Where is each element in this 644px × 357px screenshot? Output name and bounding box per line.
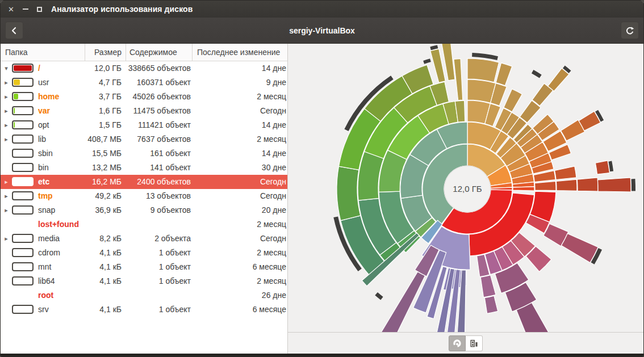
table-row[interactable]: ▸media8,2 кБ2 объектаСегодн <box>1 232 287 246</box>
folder-modified: 9 дне <box>192 75 287 90</box>
expand-arrow-icon[interactable]: ▸ <box>2 232 10 246</box>
expand-arrow-icon[interactable]: ▸ <box>2 118 10 132</box>
chart-segment[interactable] <box>484 296 497 313</box>
treemap-view-button[interactable] <box>466 335 483 351</box>
table-row[interactable]: ▸tmp49,2 кБ13 объектовСегодн <box>1 189 287 203</box>
column-header-folder[interactable]: Папка <box>5 44 28 61</box>
folder-name: sbin <box>38 146 53 161</box>
usage-swatch <box>12 276 34 285</box>
chart-segment[interactable] <box>577 178 598 191</box>
table-row[interactable]: srv4,1 кБ1 объект6 месяце <box>1 303 287 317</box>
collapse-arrow-icon[interactable]: ▾ <box>2 61 10 75</box>
location-title: sergiy-VirtualBox <box>1 18 643 43</box>
expand-arrow-icon[interactable]: ▸ <box>2 90 10 104</box>
folder-contents: 13 объектов <box>127 189 191 203</box>
table-row[interactable]: ▸etc16,2 МБ2400 объектовСегодн <box>1 175 287 189</box>
folder-modified: 2 месяц <box>192 132 287 146</box>
table-header: Папка Размер Содержимое Последнее измене… <box>1 44 287 61</box>
expand-arrow-icon[interactable]: ▸ <box>2 75 10 90</box>
chart-segment[interactable] <box>337 166 361 221</box>
folder-name: mnt <box>38 260 51 274</box>
table-row[interactable]: lib644,1 кБ1 объект2 месяц <box>1 274 287 288</box>
table-row[interactable]: ▸opt1,5 ГБ111421 объект14 дне <box>1 118 287 132</box>
table-row[interactable]: sbin15,5 МБ161 объект14 дне <box>1 146 287 161</box>
chart-segment[interactable] <box>513 187 534 191</box>
table-row[interactable]: mnt4,1 кБ1 объект6 месяце <box>1 260 287 274</box>
table-row[interactable]: ▸snap36,9 кБ9 объектов20 дне <box>1 203 287 217</box>
column-header-size[interactable]: Размер <box>73 44 122 61</box>
usage-swatch <box>12 106 34 115</box>
back-button[interactable] <box>5 22 23 39</box>
chart-segment[interactable] <box>504 89 522 112</box>
folder-name: lib <box>38 132 46 146</box>
folder-size: 49,2 кБ <box>73 189 122 203</box>
table-row[interactable]: ▾/12,0 ГБ338665 объектов14 дне <box>1 61 287 75</box>
chart-segment[interactable] <box>480 275 496 297</box>
usage-swatch <box>12 92 34 101</box>
depth-indicator-arc[interactable] <box>632 179 636 191</box>
table-row[interactable]: lost+found2 месяц <box>1 217 287 232</box>
folder-modified: 6 месяце <box>192 303 287 317</box>
chart-segment[interactable] <box>555 166 576 180</box>
expand-arrow-icon[interactable]: ▸ <box>2 189 10 203</box>
folder-contents <box>127 288 191 303</box>
folder-name: cdrom <box>38 246 60 260</box>
folder-modified: 30 дне <box>192 161 287 175</box>
table-row[interactable]: ▸var1,6 ГБ11475 объектовСегодн <box>1 104 287 118</box>
folder-contents: 1 объект <box>127 274 191 288</box>
folder-name: usr <box>38 75 49 90</box>
minimize-icon[interactable] <box>21 5 30 14</box>
folder-size: 15,5 МБ <box>73 146 122 161</box>
maximize-icon[interactable] <box>35 5 44 14</box>
usage-swatch <box>12 163 34 172</box>
chart-segment[interactable] <box>597 178 631 192</box>
table-row[interactable]: ▸lib408,7 МБ7637 объектов2 месяц <box>1 132 287 146</box>
folder-modified: 2 месяц <box>192 274 287 288</box>
expand-arrow-icon[interactable]: ▸ <box>2 175 10 189</box>
folder-name: home <box>38 90 59 104</box>
rings-view-button[interactable] <box>449 335 466 351</box>
depth-indicator-arc[interactable] <box>423 58 431 64</box>
table-row[interactable]: root26 дне <box>1 288 287 303</box>
depth-indicator-arc[interactable] <box>375 292 383 300</box>
usage-swatch <box>12 191 34 200</box>
chart-segment[interactable] <box>561 234 598 263</box>
refresh-button[interactable] <box>621 22 639 39</box>
column-header-modified[interactable]: Последнее изменение <box>197 44 280 61</box>
expand-arrow-icon[interactable]: ▸ <box>2 132 10 146</box>
chart-segment[interactable] <box>467 58 499 82</box>
folder-contents: 1 объект <box>127 303 191 317</box>
chart-segment[interactable] <box>548 68 569 91</box>
table-row[interactable]: cdrom4,1 кБ1 объект2 месяц <box>1 246 287 260</box>
folder-modified: 26 дне <box>192 288 287 303</box>
usage-fill <box>14 108 15 114</box>
usage-swatch <box>12 78 34 87</box>
column-header-contents[interactable]: Содержимое <box>129 44 177 61</box>
table-row[interactable]: ▸usr4,7 ГБ160371 объект9 дне <box>1 75 287 90</box>
close-icon[interactable]: ✕ <box>7 5 15 14</box>
usage-swatch <box>12 177 34 186</box>
expand-arrow-icon <box>2 146 10 161</box>
usage-swatch <box>12 262 34 271</box>
folder-modified: 6 месяце <box>192 260 287 274</box>
chart-segment[interactable] <box>430 49 446 83</box>
table-row[interactable]: bin13,2 МБ141 объект30 дне <box>1 161 287 175</box>
folder-modified: 2 месяц <box>192 217 287 232</box>
rings-chart[interactable]: 12,0 ГБ <box>288 44 644 333</box>
usage-swatch <box>12 120 34 129</box>
folder-size: 408,7 МБ <box>73 132 122 146</box>
folder-contents: 2400 объектов <box>127 175 191 189</box>
chart-segment[interactable] <box>556 179 577 191</box>
depth-indicator-arc[interactable] <box>532 70 542 78</box>
chart-segment[interactable] <box>535 181 557 190</box>
chart-segment[interactable] <box>595 161 609 174</box>
window-controls: ✕ <box>1 5 44 14</box>
folder-size <box>73 288 122 303</box>
folder-size: 13,2 МБ <box>73 161 122 175</box>
expand-arrow-icon[interactable]: ▸ <box>2 104 10 118</box>
folder-size: 36,9 кБ <box>73 203 122 217</box>
folder-size: 4,1 кБ <box>73 274 122 288</box>
expand-arrow-icon <box>2 288 10 303</box>
expand-arrow-icon[interactable]: ▸ <box>2 203 10 217</box>
table-row[interactable]: ▸home3,7 ГБ45026 объектов2 месяц <box>1 90 287 104</box>
